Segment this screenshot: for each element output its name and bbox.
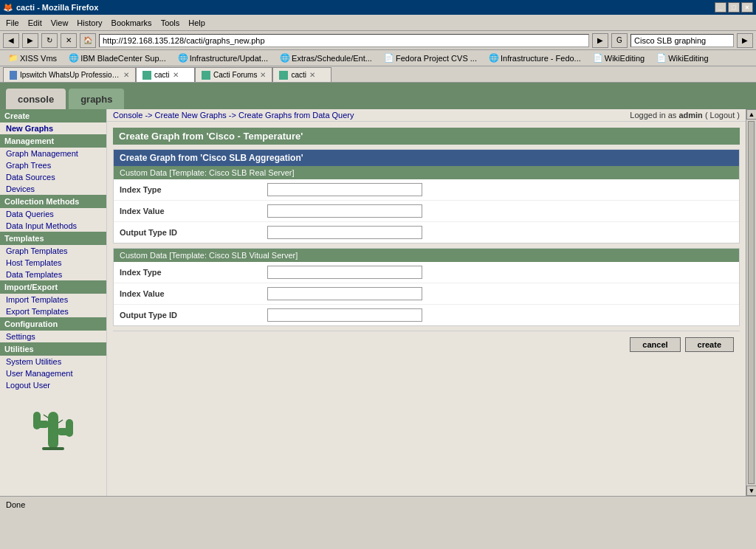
sidebar-item-data-input-methods[interactable]: Data Input Methods [0,220,106,232]
close-tab-cacti2[interactable]: ✕ [309,71,315,79]
sidebar-item-new-graphs[interactable]: New Graphs [0,122,106,134]
form-row-index-value-1: Index Value [114,201,739,222]
sidebar-item-devices[interactable]: Devices [0,183,106,195]
search-engine-button[interactable]: G [611,33,628,48]
sidebar-item-logout-user[interactable]: Logout User [0,379,106,391]
bookmark-fedora[interactable]: 📄 Fedora Project CVS ... [379,52,482,65]
page-icon: 📄 [593,53,603,63]
go-button[interactable]: ▶ [592,33,608,48]
sidebar-item-graph-management[interactable]: Graph Management [0,148,106,159]
tab-ipswitch[interactable]: Ipswitch WhatsUp Professional 2006 ✕ [3,67,136,82]
bookmark-wiki2[interactable]: 📄 WikiEditing [651,52,713,65]
label-index-type-1: Index Type [120,185,267,194]
urlbar: ◀ ▶ ↻ ✕ 🏠 ▶ G ▶ [0,31,756,50]
sidebar-item-data-queries[interactable]: Data Queries [0,208,106,220]
scroll-up-button[interactable]: ▲ [746,109,756,120]
page-icon: 📄 [656,53,667,63]
sidebar-item-settings[interactable]: Settings [0,331,106,342]
page-title: Create Graph from 'Cisco - Temperature' [113,128,740,145]
sidebar-item-import-templates[interactable]: Import Templates [0,294,106,305]
sidebar-item-user-management[interactable]: User Management [0,367,106,379]
nav-tab-console[interactable]: console [6,89,66,109]
bookmark-infra-updat[interactable]: 🌐 Infrastructure/Updat... [173,52,273,65]
tab-favicon-ipswitch [10,71,17,80]
input-index-type-1[interactable] [267,183,422,196]
section-cisco-slb-agg: Create Graph from 'Cisco SLB Aggregation… [113,149,740,244]
close-tab-cacti[interactable]: ✕ [173,71,179,79]
right-panel: Console -> Create New Graphs -> Create G… [107,109,746,496]
create-button[interactable]: create [685,337,734,352]
window-title: 🦊 cacti - Mozilla Firefox [3,3,715,13]
bookmark-extras[interactable]: 🌐 Extras/Schedule/Ent... [275,52,377,65]
close-tab-forums[interactable]: ✕ [260,71,266,79]
app-container: console graphs Create New Graphs Managem… [0,83,756,496]
bookmark-infra-fedo[interactable]: 🌐 Infrastructure - Fedo... [484,52,586,65]
tab-favicon-cacti2 [279,71,288,80]
input-output-type-2[interactable] [267,308,422,322]
sidebar-item-system-utilities[interactable]: System Utilities [0,356,106,367]
menu-edit[interactable]: Edit [24,17,47,29]
breadcrumb: Console -> Create New Graphs -> Create G… [107,109,746,122]
scrollbar[interactable]: ▲ ▼ [746,109,756,496]
label-output-type-2: Output Type ID [120,311,267,320]
cancel-button[interactable]: cancel [630,337,680,352]
sidebar-header-management: Management [0,134,106,148]
bookmark-xiss[interactable]: 📁 XISS Vms [3,52,62,65]
input-index-type-2[interactable] [267,266,422,279]
sidebar-header-configuration: Configuration [0,317,106,331]
sidebar-header-import-export: Import/Export [0,280,106,294]
search-input[interactable] [630,34,734,47]
scroll-thumb[interactable] [748,121,755,484]
tab-cacti2[interactable]: cacti ✕ [272,67,331,82]
tab-cacti-forums[interactable]: Cacti Forums ✕ [195,67,272,82]
menubar: File Edit View History Bookmarks Tools H… [0,15,756,31]
sidebar-item-export-templates[interactable]: Export Templates [0,305,106,317]
sidebar-item-host-templates[interactable]: Host Templates [0,257,106,269]
menu-bookmarks[interactable]: Bookmarks [107,17,157,29]
maximize-button[interactable]: □ [728,2,740,13]
scroll-down-button[interactable]: ▼ [746,486,756,496]
menu-history[interactable]: History [72,17,106,29]
form-row-output-type-2: Output Type ID [114,305,739,325]
menu-file[interactable]: File [1,17,24,29]
menu-view[interactable]: View [47,17,73,29]
bookmark-wiki1[interactable]: 📄 WikiEditing [588,52,650,65]
sidebar-item-data-sources[interactable]: Data Sources [0,171,106,183]
menu-help[interactable]: Help [184,17,210,29]
url-input[interactable] [99,34,589,47]
logout-link[interactable]: Logout [710,111,735,120]
input-index-value-1[interactable] [267,204,422,218]
stop-button[interactable]: ✕ [61,33,77,48]
breadcrumb-links: Console -> Create New Graphs -> Create G… [113,111,354,120]
bookmark-ibm[interactable]: 🌐 IBM BladeCenter Sup... [63,52,171,65]
page-icon: 🌐 [280,53,290,63]
svg-rect-0 [48,412,58,449]
forward-button[interactable]: ▶ [22,33,38,48]
breadcrumb-console[interactable]: Console [113,111,142,120]
section-cisco-slb-virtual: Custom Data [Template: Cisco SLB Vitual … [113,248,740,326]
menu-tools[interactable]: Tools [157,17,185,29]
back-button[interactable]: ◀ [3,33,19,48]
section-header-1: Create Graph from 'Cisco SLB Aggregation… [114,150,739,166]
close-button[interactable]: × [741,2,753,13]
reload-button[interactable]: ↻ [41,33,58,48]
page-icon: 🌐 [489,53,499,63]
breadcrumb-new-graphs[interactable]: Create New Graphs [155,111,227,120]
search-go-button[interactable]: ▶ [737,33,753,48]
minimize-button[interactable]: _ [715,2,726,13]
window-controls[interactable]: _ □ × [715,2,753,13]
input-index-value-2[interactable] [267,287,422,300]
statusbar: Done [0,496,756,512]
sidebar-item-graph-templates[interactable]: Graph Templates [0,245,106,257]
sidebar: Create New Graphs Management Graph Manag… [0,109,107,496]
close-tab-ipswitch[interactable]: ✕ [123,71,129,79]
label-output-type-1: Output Type ID [120,228,267,237]
firefox-icon: 🦊 [3,3,13,13]
home-button[interactable]: 🏠 [80,33,96,48]
sidebar-item-graph-trees[interactable]: Graph Trees [0,159,106,171]
sidebar-item-data-templates[interactable]: Data Templates [0,269,106,280]
nav-tab-graphs[interactable]: graphs [69,89,124,109]
status-text: Done [6,500,25,509]
tab-cacti[interactable]: cacti ✕ [136,67,195,82]
input-output-type-1[interactable] [267,226,422,239]
